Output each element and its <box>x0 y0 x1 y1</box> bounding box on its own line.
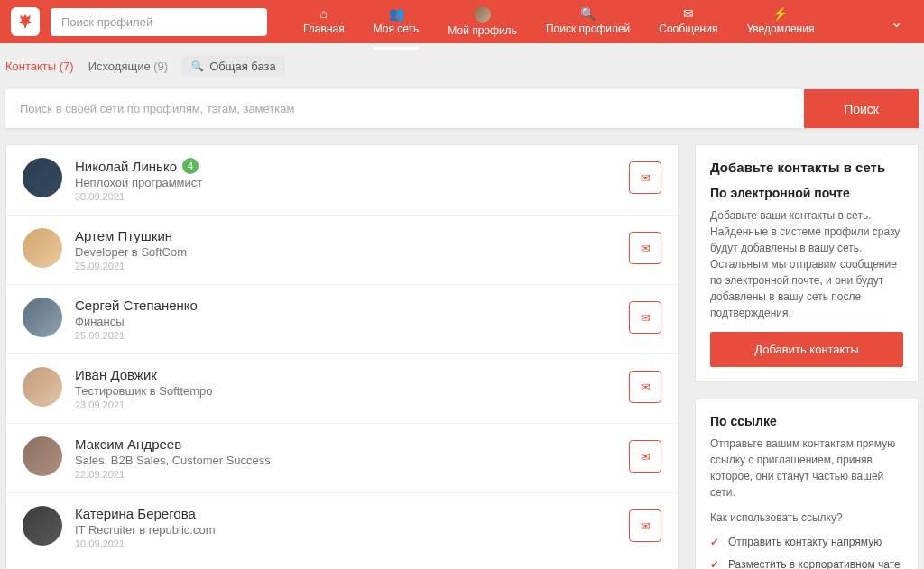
nav-label: Уведомления <box>746 23 814 35</box>
contact-name: Николай Линько <box>75 159 177 174</box>
global-search-input[interactable] <box>51 8 267 36</box>
chevron-down-icon: ⌄ <box>891 14 902 30</box>
contact-title: Developer в SoftCom <box>75 245 629 259</box>
avatar <box>23 367 62 407</box>
contact-row[interactable]: Николай Линько4 Неплохой программист 30.… <box>6 145 678 216</box>
add-contacts-button[interactable]: Добавить контакты <box>710 332 903 367</box>
link-question: Как использовать ссылку? <box>710 511 903 524</box>
panel-title: Добавьте контакты в сеть <box>710 160 903 175</box>
nav-messages[interactable]: ✉Сообщения <box>644 3 732 41</box>
contact-title: Sales, B2B Sales, Customer Success <box>75 454 629 467</box>
expand-menu[interactable]: ⌄ <box>880 14 913 31</box>
tab-global-db[interactable]: 🔍Общая база <box>182 56 285 77</box>
nav-notifications[interactable]: ⚡Уведомления <box>732 3 828 41</box>
topbar: ⌂Главная 👥Моя сеть Мой профиль 🔍Поиск пр… <box>0 0 924 43</box>
contact-name: Сергей Степаненко <box>75 298 198 313</box>
mail-icon: ✉ <box>641 519 651 533</box>
contact-date: 10.09.2021 <box>75 538 629 549</box>
contact-date: 25.09.2021 <box>75 261 629 271</box>
contact-title: Тестировщик в Softtempo <box>75 384 629 398</box>
bolt-icon: ⚡ <box>746 6 814 21</box>
nav-profile[interactable]: Мой профиль <box>433 3 531 41</box>
message-button[interactable]: ✉ <box>629 371 661 403</box>
contact-title: IT Recruiter в republic.com <box>75 523 629 537</box>
list-item: Отправить контакту напрямую <box>710 531 903 554</box>
mail-icon: ✉ <box>641 450 651 463</box>
tab-outgoing[interactable]: Исходящие (9) <box>88 60 168 73</box>
search-icon: 🔍 <box>546 6 630 21</box>
tab-contacts[interactable]: Контакты (7) <box>5 60 74 73</box>
contact-name: Иван Довжик <box>75 367 157 382</box>
network-search-input[interactable] <box>5 89 804 128</box>
add-contacts-panel: Добавьте контакты в сеть По электронной … <box>695 144 919 382</box>
mail-icon: ✉ <box>641 242 651 255</box>
contact-date: 25.09.2021 <box>75 330 629 341</box>
avatar <box>23 436 62 476</box>
avatar-icon <box>475 6 491 23</box>
contact-title: Неплохой программист <box>75 176 629 189</box>
message-button[interactable]: ✉ <box>629 232 661 264</box>
nav-label: Сообщения <box>659 23 717 35</box>
avatar <box>23 506 62 546</box>
list-item: Разместить в корпоративном чате <box>710 554 903 569</box>
home-icon: ⌂ <box>303 6 345 21</box>
contact-date: 22.09.2021 <box>75 469 629 480</box>
network-search-bar: Поиск <box>5 89 919 128</box>
nav-label: Мой профиль <box>448 24 517 37</box>
contact-row[interactable]: Сергей Степаненко Финансы 25.09.2021 ✉ <box>6 285 678 354</box>
subtabs: Контакты (7) Исходящие (9) 🔍Общая база <box>0 43 924 89</box>
email-text: Добавьте ваши контакты в сеть. Найденные… <box>710 207 903 321</box>
nav-search[interactable]: 🔍Поиск профилей <box>531 3 644 41</box>
mail-icon: ✉ <box>641 171 651 185</box>
contacts-list: Николай Линько4 Неплохой программист 30.… <box>5 144 679 569</box>
contact-row[interactable]: Катерина Берегова IT Recruiter в republi… <box>6 493 678 562</box>
contact-name: Катерина Берегова <box>75 506 196 521</box>
contact-row[interactable]: Максим Андреев Sales, B2B Sales, Custome… <box>6 424 678 493</box>
nav-home[interactable]: ⌂Главная <box>289 3 359 41</box>
link-heading: По ссылке <box>710 414 903 428</box>
avatar <box>23 158 62 197</box>
count-badge: 4 <box>182 158 199 174</box>
contact-row[interactable]: Иван Довжик Тестировщик в Softtempo 23.0… <box>6 354 678 424</box>
message-button[interactable]: ✉ <box>629 440 661 473</box>
search-icon: 🔍 <box>191 60 204 72</box>
nav-label: Поиск профилей <box>546 23 630 35</box>
main-nav: ⌂Главная 👥Моя сеть Мой профиль 🔍Поиск пр… <box>289 3 880 41</box>
message-button[interactable]: ✉ <box>629 161 661 194</box>
mail-icon: ✉ <box>641 381 651 394</box>
nav-label: Моя сеть <box>374 23 420 35</box>
contact-row[interactable]: Артем Птушкин Developer в SoftCom 25.09.… <box>6 216 678 285</box>
contact-date: 23.09.2021 <box>75 399 629 410</box>
people-icon: 👥 <box>374 6 420 21</box>
email-heading: По электронной почте <box>710 186 903 200</box>
mail-icon: ✉ <box>659 6 717 21</box>
contact-title: Финансы <box>75 315 629 328</box>
nav-network[interactable]: 👥Моя сеть <box>359 3 434 41</box>
link-usage-list: Отправить контакту напрямую Разместить в… <box>710 531 903 569</box>
link-text: Отправьте вашим контактам прямую ссылку … <box>710 436 903 500</box>
avatar <box>23 298 62 337</box>
search-button[interactable]: Поиск <box>804 89 919 128</box>
avatar <box>23 228 62 268</box>
logo[interactable] <box>11 7 40 36</box>
link-panel: По ссылке Отправьте вашим контактам прям… <box>695 399 919 569</box>
mail-icon: ✉ <box>641 311 651 325</box>
nav-label: Главная <box>303 23 345 35</box>
message-button[interactable]: ✉ <box>629 301 661 334</box>
contact-name: Артем Птушкин <box>75 228 172 243</box>
contact-date: 30.09.2021 <box>75 191 629 202</box>
sidebar: Добавьте контакты в сеть По электронной … <box>695 144 919 569</box>
message-button[interactable]: ✉ <box>629 509 661 542</box>
contact-name: Максим Андреев <box>75 436 181 452</box>
